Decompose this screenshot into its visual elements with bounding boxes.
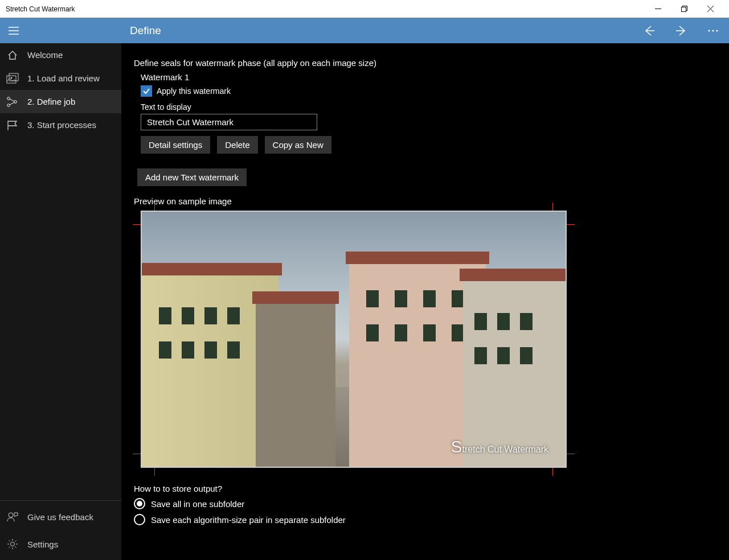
svg-point-8: [708, 30, 710, 31]
svg-point-10: [716, 30, 718, 31]
checkbox-label: Apply this watermark: [157, 87, 231, 96]
sidebar-item-label: 1. Load and review: [27, 73, 100, 83]
images-icon: [6, 72, 19, 85]
radio-label: Save all in one subfolder: [151, 499, 244, 509]
svg-point-13: [11, 77, 13, 79]
svg-rect-11: [7, 76, 16, 83]
graph-icon: [6, 95, 19, 109]
output-option-separate-subfolder[interactable]: Save each algorithm-size pair in separat…: [134, 514, 716, 525]
sidebar-item-label: Settings: [27, 540, 58, 549]
more-icon: [708, 30, 718, 32]
text-to-display-label: Text to display: [141, 102, 716, 112]
radio-unselected-icon: [134, 514, 145, 525]
sidebar-item-label: 3. Start processes: [27, 120, 96, 130]
sidebar-item-label: 2. Define job: [27, 97, 75, 106]
svg-rect-2: [681, 7, 686, 12]
page-title: Define: [130, 24, 161, 37]
delete-button[interactable]: Delete: [217, 136, 257, 154]
copy-as-new-button[interactable]: Copy as New: [265, 136, 331, 154]
back-button[interactable]: [633, 18, 665, 43]
maximize-button[interactable]: [671, 0, 697, 18]
flag-icon: [6, 118, 19, 132]
seals-heading: Define seals for watermark phase (all ap…: [134, 58, 716, 68]
svg-point-20: [11, 542, 15, 546]
detail-settings-button[interactable]: Detail settings: [141, 136, 210, 154]
watermark-block: Watermark 1 Apply this watermark Text to…: [141, 72, 716, 154]
sidebar-item-label: Give us feedback: [27, 512, 93, 522]
radio-label: Save each algorithm-size pair in separat…: [151, 515, 346, 525]
svg-point-9: [712, 30, 714, 31]
close-icon: [707, 6, 714, 12]
output-heading: How to to store output?: [134, 484, 716, 493]
preview-watermark-text: Stretch Cut Watermark: [451, 437, 548, 456]
maximize-icon: [681, 6, 687, 12]
svg-point-16: [14, 100, 17, 103]
content-area[interactable]: Define seals for watermark phase (all ap…: [121, 43, 729, 560]
app-header: Define: [0, 18, 729, 43]
hamburger-icon: [9, 27, 19, 35]
checkbox-checked-icon: [141, 85, 152, 97]
sidebar: Welcome 1. Load and review 2. Define job…: [0, 43, 121, 560]
more-button[interactable]: [697, 18, 729, 43]
watermark-title: Watermark 1: [141, 72, 716, 82]
forward-button[interactable]: [665, 18, 697, 43]
svg-point-15: [7, 104, 10, 106]
feedback-icon: [6, 510, 19, 524]
svg-line-18: [10, 102, 14, 105]
preview-label: Preview on sample image: [134, 196, 716, 206]
arrow-left-icon: [643, 24, 656, 37]
sidebar-item-define-job[interactable]: 2. Define job: [0, 90, 121, 113]
sidebar-item-start-processes[interactable]: 3. Start processes: [0, 113, 121, 137]
preview-container: Stretch Cut Watermark: [141, 211, 567, 468]
add-text-watermark-button[interactable]: Add new Text watermark: [137, 168, 247, 186]
sidebar-item-load-review[interactable]: 1. Load and review: [0, 67, 121, 90]
sidebar-item-label: Welcome: [27, 50, 63, 60]
window-title: Stretch Cut Watermark: [6, 5, 645, 13]
close-button[interactable]: [697, 0, 723, 18]
gear-icon: [6, 537, 19, 551]
sidebar-item-feedback[interactable]: Give us feedback: [0, 503, 121, 530]
home-icon: [6, 48, 19, 62]
preview-image: Stretch Cut Watermark: [141, 211, 567, 468]
apply-watermark-checkbox[interactable]: Apply this watermark: [141, 85, 716, 97]
radio-selected-icon: [134, 498, 145, 509]
sidebar-item-settings[interactable]: Settings: [0, 530, 121, 558]
minimize-button[interactable]: [645, 0, 671, 18]
hamburger-button[interactable]: [0, 18, 27, 43]
svg-line-17: [10, 99, 14, 101]
text-to-display-input[interactable]: [141, 114, 317, 130]
svg-point-19: [9, 513, 13, 517]
output-option-one-subfolder[interactable]: Save all in one subfolder: [134, 498, 716, 509]
minimize-icon: [655, 6, 661, 12]
arrow-right-icon: [675, 24, 687, 37]
svg-point-14: [7, 97, 10, 100]
titlebar: Stretch Cut Watermark: [0, 0, 729, 18]
sidebar-item-welcome[interactable]: Welcome: [0, 43, 121, 67]
